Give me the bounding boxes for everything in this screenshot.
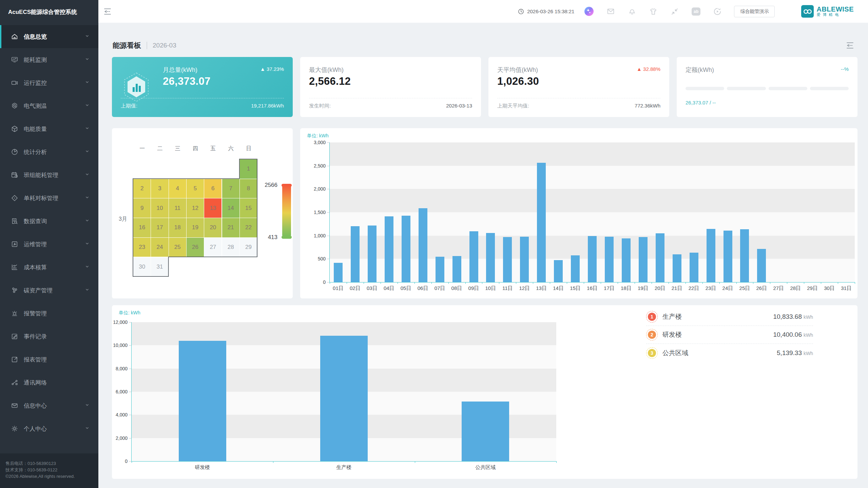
theme-skin-icon[interactable] bbox=[649, 7, 658, 16]
calendar-day-cell[interactable]: 14 bbox=[222, 198, 239, 218]
bar-07日[interactable] bbox=[436, 257, 444, 282]
bar-公共区域[interactable] bbox=[462, 402, 509, 461]
molecule-icon bbox=[11, 287, 18, 294]
chevron-down-icon bbox=[85, 33, 90, 40]
sidebar-item-chart[interactable]: 成本核算 bbox=[0, 256, 98, 279]
bar-生产楼[interactable] bbox=[320, 336, 368, 461]
calendar-day-cell[interactable]: 11 bbox=[169, 198, 186, 218]
ranking-row[interactable]: 3公共区域5,139.33kWh bbox=[646, 344, 813, 362]
bar-20日[interactable] bbox=[656, 233, 664, 282]
sidebar-item-report[interactable]: 报表管理 bbox=[0, 348, 98, 371]
bar-06日[interactable] bbox=[419, 208, 427, 282]
calendar-day-cell[interactable]: 7 bbox=[222, 179, 239, 198]
sidebar-item-cube[interactable]: 电能质量 bbox=[0, 117, 98, 140]
sidebar-item-home[interactable]: 信息总览 bbox=[0, 25, 98, 48]
bar-24日[interactable] bbox=[724, 231, 732, 282]
bar-22日[interactable] bbox=[690, 253, 698, 282]
calendar-day-cell[interactable]: 27 bbox=[204, 238, 221, 257]
mail-icon[interactable] bbox=[606, 7, 615, 16]
calendar-day-cell[interactable]: 20 bbox=[204, 218, 221, 237]
main-content: 能源看板 2026-03 月总量(kWh) 26,373.07 ▲ 37.23%… bbox=[98, 23, 868, 488]
bar-21日[interactable] bbox=[673, 254, 681, 282]
bar-13日[interactable] bbox=[537, 163, 546, 282]
compress-icon[interactable] bbox=[670, 7, 679, 16]
bar-01日[interactable] bbox=[334, 263, 343, 282]
bar-09日[interactable] bbox=[469, 231, 478, 282]
calendar-day-cell[interactable]: 16 bbox=[133, 218, 151, 237]
sidebar-item-edit[interactable]: 事件记录 bbox=[0, 325, 98, 348]
bar-15日[interactable] bbox=[571, 255, 580, 282]
calendar-day-cell[interactable]: 28 bbox=[222, 238, 239, 257]
calendar-day-cell[interactable]: 4 bbox=[169, 179, 186, 198]
replay-icon[interactable] bbox=[713, 7, 722, 16]
demo-mode-button[interactable]: 综合能管演示 bbox=[734, 6, 775, 17]
calendar-day-cell[interactable]: 13 bbox=[204, 198, 221, 218]
x-axis-category-label: 23日 bbox=[702, 285, 719, 292]
calendar-day-cell[interactable]: 2 bbox=[133, 179, 151, 198]
bar-03日[interactable] bbox=[368, 226, 377, 282]
calendar-day-cell[interactable]: 12 bbox=[187, 198, 204, 218]
sidebar-item-doc-search[interactable]: 数据查询 bbox=[0, 210, 98, 233]
sidebar-item-label: 运维管理 bbox=[24, 240, 85, 248]
ranking-row[interactable]: 1生产楼10,833.68kWh bbox=[646, 308, 813, 326]
bar-12日[interactable] bbox=[520, 237, 529, 282]
sidebar-item-camera[interactable]: 运行监控 bbox=[0, 71, 98, 94]
sidebar-item-label: 电气测温 bbox=[24, 102, 85, 110]
brand-logo[interactable]: ABLEWISE 爱博精电 bbox=[801, 5, 854, 18]
sidebar-item-wrench[interactable]: 运维管理 bbox=[0, 233, 98, 256]
sidebar-item-network[interactable]: 通讯网络 bbox=[0, 371, 98, 394]
calendar-day-cell[interactable]: 31 bbox=[151, 257, 168, 277]
bar-04日[interactable] bbox=[385, 216, 393, 282]
calendar-day-cell[interactable]: 1 bbox=[240, 159, 257, 179]
calendar-day-cell[interactable]: 3 bbox=[151, 179, 168, 198]
calendar-day-cell[interactable]: 5 bbox=[187, 179, 204, 198]
x-axis-tick-mark bbox=[364, 282, 364, 284]
calendar-day-cell[interactable]: 18 bbox=[169, 218, 186, 237]
bar-26日[interactable] bbox=[757, 249, 766, 282]
calendar-day-cell[interactable]: 25 bbox=[169, 238, 186, 257]
sidebar-item-calendar[interactable]: 班组能耗管理 bbox=[0, 163, 98, 187]
y-axis-line bbox=[131, 322, 132, 461]
sidebar-item-molecule[interactable]: 碳资产管理 bbox=[0, 279, 98, 302]
calendar-day-cell[interactable]: 19 bbox=[187, 218, 204, 237]
sidebar-item-monitor[interactable]: 能耗监测 bbox=[0, 48, 98, 71]
quota-progress-segment bbox=[810, 87, 849, 90]
calendar-day-cell[interactable]: 30 bbox=[133, 257, 151, 277]
calendar-day-cell[interactable]: 26 bbox=[187, 238, 204, 257]
ai-assistant-icon[interactable]: ✦✦ bbox=[584, 7, 594, 16]
ranking-row[interactable]: 2研发楼10,400.06kWh bbox=[646, 326, 813, 344]
sidebar-collapse-icon[interactable] bbox=[103, 7, 112, 16]
bar-19日[interactable] bbox=[639, 237, 648, 282]
calendar-weekday-label: 一 bbox=[133, 145, 151, 152]
calendar-day-cell[interactable]: 17 bbox=[151, 218, 168, 237]
panel-collapse-icon[interactable] bbox=[846, 41, 854, 50]
bell-icon[interactable] bbox=[628, 7, 636, 16]
bar-10日[interactable] bbox=[486, 233, 495, 282]
calendar-day-cell[interactable]: 15 bbox=[240, 198, 257, 218]
bar-02日[interactable] bbox=[351, 226, 360, 282]
sidebar-item-alarm[interactable]: 报警管理 bbox=[0, 302, 98, 325]
bar-16日[interactable] bbox=[588, 236, 597, 282]
bar-18日[interactable] bbox=[622, 238, 631, 282]
bar-23日[interactable] bbox=[707, 229, 715, 282]
bar-研发楼[interactable] bbox=[179, 341, 226, 461]
bar-14日[interactable] bbox=[554, 260, 563, 282]
bar-11日[interactable] bbox=[503, 237, 512, 282]
sidebar-item-message[interactable]: 信息中心 bbox=[0, 394, 98, 417]
calendar-day-cell[interactable]: 10 bbox=[151, 198, 168, 218]
bar-17日[interactable] bbox=[605, 237, 614, 282]
calendar-day-cell[interactable]: 9 bbox=[133, 198, 151, 218]
target-icon bbox=[11, 194, 18, 202]
bar-08日[interactable] bbox=[452, 256, 461, 282]
bar-25日[interactable] bbox=[740, 229, 749, 282]
calendar-day-cell[interactable]: 21 bbox=[222, 218, 239, 237]
ab-app-icon[interactable]: ab bbox=[692, 7, 700, 16]
sidebar-item-target[interactable]: 单耗对标管理 bbox=[0, 187, 98, 210]
bar-05日[interactable] bbox=[402, 216, 410, 282]
sidebar-item-gear[interactable]: 个人中心 bbox=[0, 417, 98, 440]
calendar-day-cell[interactable]: 6 bbox=[204, 179, 221, 198]
calendar-day-cell[interactable]: 24 bbox=[151, 238, 168, 257]
sidebar-item-thermometer[interactable]: 电气测温 bbox=[0, 94, 98, 117]
calendar-day-cell[interactable]: 23 bbox=[133, 238, 151, 257]
sidebar-item-pie[interactable]: 统计分析 bbox=[0, 140, 98, 163]
